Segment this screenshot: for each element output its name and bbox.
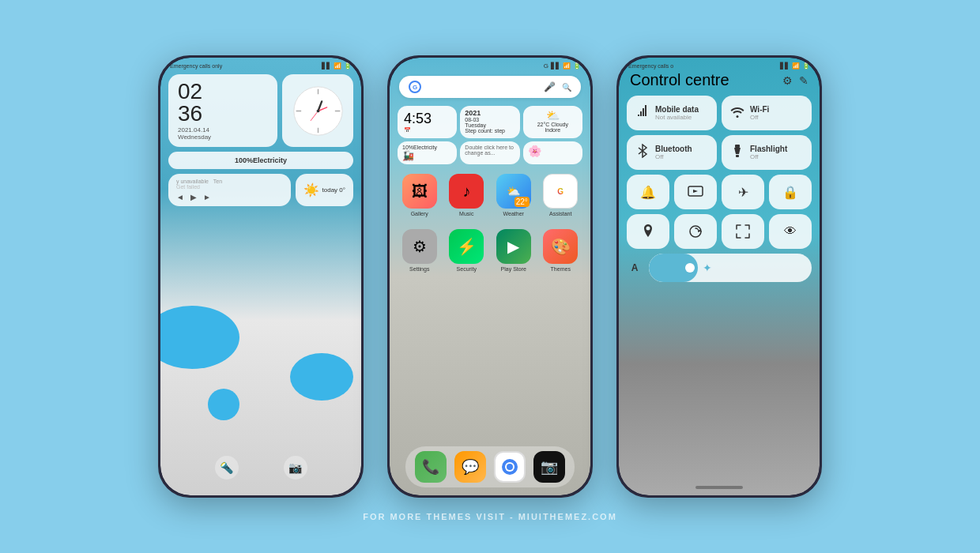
widget-date: 2021 08-03 Tuesday Step count: step [460, 106, 519, 138]
app-security[interactable]: ⚡ Security [447, 229, 488, 272]
widget-row1: 02 36 2021.04.14 Wednesday [168, 74, 353, 147]
phone2-screen: G ▋▋ 📶 🔋 G 🎤 🔍 4:53 📅 [390, 58, 590, 495]
blob3 [208, 389, 239, 420]
app-music[interactable]: ♪ Music [447, 174, 488, 216]
cc-settings-icon[interactable]: ⚙ [782, 74, 793, 87]
cc-row3: 🔔 ✈ 🔒 [619, 170, 820, 209]
lens-icon[interactable]: 🔍 [562, 83, 571, 92]
phone2-status-right: G ▋▋ 📶 🔋 [544, 62, 581, 70]
brightness-dot [685, 263, 695, 273]
cc-notification[interactable]: 🔔 [627, 175, 669, 209]
cc-wifi[interactable]: Wi-Fi Off [722, 96, 812, 130]
mic-icon[interactable]: 🎤 [544, 81, 556, 92]
phone2-status-bar: G ▋▋ 📶 🔋 [390, 58, 590, 71]
dock-bar: 📞 💬 📷 [405, 446, 575, 487]
cc-location[interactable] [627, 214, 669, 249]
phones-container: Emergency calls only ▋▋ 📶 🔋 02 36 [158, 55, 822, 498]
widget-electricity: 10%Electricity 🚂 [398, 141, 457, 164]
dock-messages[interactable]: 💬 [454, 451, 486, 483]
phone1-screen: Emergency calls only ▋▋ 📶 🔋 02 36 [160, 58, 361, 495]
cc-fullscreen[interactable] [722, 214, 764, 249]
dock-chrome[interactable] [494, 451, 526, 483]
phone2: G ▋▋ 📶 🔋 G 🎤 🔍 4:53 📅 [387, 55, 593, 498]
widget-clock [282, 74, 353, 147]
phone3-status-bar: Emergency calls o ▋▋ 📶 🔋 [619, 58, 820, 71]
cc-airplane[interactable]: ✈ [722, 175, 764, 209]
app-themes[interactable]: 🎨 Themes [541, 229, 582, 272]
flashlight-icon[interactable]: 🔦 [215, 456, 239, 480]
cc-screen-record[interactable] [674, 175, 717, 209]
app-weather[interactable]: 22° ⛅ Weather [493, 174, 534, 216]
svg-marker-15 [693, 190, 698, 193]
cc-bluetooth[interactable]: Bluetooth Off [627, 135, 717, 170]
phone3-screen: Emergency calls o ▋▋ 📶 🔋 Control centre … [619, 58, 820, 495]
phone1-status-left: Emergency calls only [170, 63, 222, 69]
brightness-a-label: A [627, 262, 643, 273]
blob1 [160, 306, 239, 369]
phone1-status-right: ▋▋ 📶 🔋 [322, 62, 352, 70]
widget-steps: Double click here to change as... [460, 141, 519, 164]
cc-tile-grid: Mobile data Not available Wi-Fi [619, 96, 820, 170]
mobile-data-icon [635, 105, 650, 121]
brightness-fill [649, 254, 698, 282]
cc-flashlight[interactable]: Flashlight Off [722, 135, 812, 170]
widget-music: y unavailable Ten Get failed ◄ ▶ ► [168, 174, 291, 206]
phone1-bottom: 🔦 📷 [160, 456, 361, 480]
dock-phone[interactable]: 📞 [415, 451, 447, 483]
cc-mobile-data[interactable]: Mobile data Not available [627, 96, 717, 130]
app-grid-row1: 🖼 Gallery ♪ Music 22° ⛅ Weather G [390, 167, 590, 223]
blob2 [290, 353, 353, 401]
svg-rect-13 [736, 155, 739, 157]
wifi-icon [729, 105, 745, 121]
google-icon: G [409, 81, 421, 93]
app-settings[interactable]: ⚙ Settings [399, 229, 440, 272]
widget-weather: ⛅ 22°C Cloudy Indore [523, 106, 582, 138]
cc-edit-icon[interactable]: ✎ [799, 74, 808, 87]
dock-camera[interactable]: 📷 [533, 451, 565, 483]
widget-weather-row: y unavailable Ten Get failed ◄ ▶ ► ☀️ to… [168, 174, 353, 206]
analog-clock [292, 85, 344, 137]
date-display: 2021.04.14 Wednesday [178, 126, 268, 141]
camera-icon[interactable]: 📷 [284, 456, 307, 480]
home-indicator[interactable] [695, 486, 743, 489]
brightness-sun-icon: ✦ [703, 261, 712, 274]
svg-point-11 [507, 464, 513, 470]
cc-unlock-rotation[interactable] [674, 214, 717, 249]
search-bar[interactable]: G 🎤 🔍 [399, 76, 581, 98]
cc-title: Control centre [630, 71, 729, 89]
app-playstore[interactable]: ▶ Play Store [493, 229, 534, 272]
time-display: 02 36 [178, 81, 268, 125]
watermark: FOR MORE THEMES VISIT - MIUITHEMEZ.COM [363, 512, 617, 521]
widget-time: 02 36 2021.04.14 Wednesday [168, 74, 277, 147]
widget-time-small: 4:53 📅 [398, 106, 457, 138]
phone1-status-bar: Emergency calls only ▋▋ 📶 🔋 [160, 58, 361, 71]
phone1: Emergency calls only ▋▋ 📶 🔋 02 36 [158, 55, 364, 498]
cc-header-icons: ⚙ ✎ [782, 74, 808, 87]
phone3: Emergency calls o ▋▋ 📶 🔋 Control centre … [616, 55, 822, 498]
phone1-widgets: 02 36 2021.04.14 Wednesday [160, 71, 361, 214]
flashlight-icon [729, 144, 745, 161]
cc-eye[interactable]: 👁 [769, 214, 812, 249]
app-assistant[interactable]: G Assistant [541, 174, 582, 216]
widget-today: ☀️ today 0° [296, 174, 353, 206]
bluetooth-icon [635, 144, 650, 161]
cc-row4: 👁 [619, 209, 820, 249]
cc-lock[interactable]: 🔒 [769, 175, 812, 209]
cc-brightness-row: A ✦ [619, 249, 820, 282]
app-grid-row2: ⚙ Settings ⚡ Security ▶ Play Store 🎨 The… [390, 223, 590, 278]
cc-header: Control centre ⚙ ✎ [619, 71, 820, 96]
widgets-area: 4:53 📅 2021 08-03 Tuesday Step count: st… [390, 103, 590, 167]
brightness-bar[interactable]: ✦ [649, 254, 812, 282]
music-controls[interactable]: ◄ ▶ ► [176, 193, 283, 201]
svg-rect-12 [735, 145, 740, 148]
widget-plants: 🌸 [523, 141, 582, 164]
widget-electricity: 100%Electricity [168, 152, 353, 169]
svg-point-8 [316, 109, 319, 112]
app-gallery[interactable]: 🖼 Gallery [399, 174, 440, 216]
